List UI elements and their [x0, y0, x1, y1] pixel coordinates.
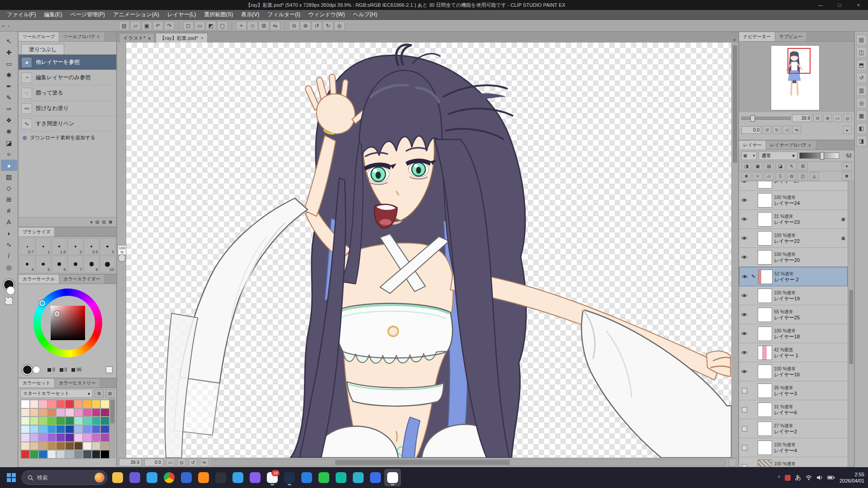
color-set-dropdown[interactable]: スタートカラーセット ▾	[20, 389, 93, 398]
redo-icon[interactable]: ↷	[164, 21, 175, 30]
document-tab-0[interactable]: イラスト*●	[119, 33, 155, 43]
layer-visible-eye-icon[interactable]	[741, 274, 749, 279]
start-button[interactable]	[4, 470, 19, 485]
layer-visible-eye-icon[interactable]	[740, 181, 748, 184]
layer-thumbnail[interactable]	[758, 327, 772, 341]
color-swatch[interactable]	[38, 442, 47, 450]
layer-thumbnail[interactable]	[758, 231, 772, 246]
security-tray-icon[interactable]	[785, 475, 791, 481]
layer-thumbnail[interactable]	[758, 181, 772, 189]
new-file-icon[interactable]: ▤	[119, 21, 129, 30]
delete-layer-icon[interactable]: ✖	[842, 172, 852, 180]
layer-hidden-checkbox[interactable]	[740, 464, 748, 467]
layer-thumbnail[interactable]	[758, 212, 772, 227]
taskbar-app-edge[interactable]	[144, 469, 160, 486]
fit-to-screen-icon[interactable]: ▭	[833, 114, 842, 122]
operation-tool[interactable]: ↖	[1, 35, 17, 47]
slider-knob[interactable]	[820, 152, 824, 160]
information-dock-icon[interactable]: ◧	[856, 123, 867, 134]
menu-item-edit[interactable]: 編集(E)	[40, 10, 66, 19]
color-swatch[interactable]	[74, 408, 83, 417]
brush-size-tab[interactable]: ブラシサイズ	[19, 227, 55, 237]
figure-tool[interactable]: ◇	[1, 182, 17, 194]
layer-thumbnail[interactable]	[758, 308, 772, 322]
color-swatch[interactable]	[65, 450, 74, 459]
color-swatch[interactable]	[38, 450, 47, 459]
flip-horizontal-icon[interactable]: ⇋	[792, 126, 801, 134]
color-swatch[interactable]	[92, 433, 101, 442]
rotate-left-icon[interactable]: ↺	[312, 21, 322, 30]
reset-rotation-icon[interactable]: ◁	[783, 126, 791, 134]
layer-visible-eye-icon[interactable]	[740, 236, 748, 241]
color-swatch[interactable]	[47, 417, 57, 425]
color-swatch[interactable]	[21, 425, 30, 434]
color-set-tab-0[interactable]: カラーセット	[19, 379, 55, 388]
color-swatch[interactable]	[56, 417, 65, 425]
color-swatch[interactable]	[83, 442, 92, 450]
color-swatch[interactable]	[56, 425, 65, 434]
layer-visible-eye-icon[interactable]	[740, 331, 748, 336]
menu-item-view[interactable]: 表示(V)	[237, 10, 263, 19]
color-swatch[interactable]	[74, 400, 83, 408]
selection-border-icon[interactable]: ▢	[217, 21, 228, 30]
color-wheel-tab-1[interactable]: カラースライダー	[59, 275, 104, 284]
selection-tool[interactable]: ▭	[1, 58, 17, 69]
layer-thumbnail[interactable]	[758, 289, 772, 303]
color-swatch[interactable]	[83, 417, 92, 425]
pen-tool[interactable]: ✒	[1, 81, 17, 92]
menu-item-selection[interactable]: 選択範囲(S)	[200, 10, 237, 19]
snap-ruler-icon[interactable]: +	[236, 21, 247, 30]
color-swatch[interactable]	[100, 408, 109, 417]
taskbar-app-app-dark[interactable]	[213, 469, 228, 486]
color-swatch[interactable]	[56, 433, 65, 442]
color-swatch[interactable]	[65, 442, 74, 450]
new-vector-layer-icon[interactable]: ✧	[753, 172, 763, 180]
blend-mode-dropdown[interactable]: 通常 ▾	[759, 152, 797, 160]
layer-thumbnail[interactable]	[758, 441, 772, 455]
fill-tool[interactable]: ◕	[1, 160, 17, 171]
menu-item-filter[interactable]: フィルター(I)	[263, 10, 304, 19]
subtool-item-lasso-fill[interactable]: ∾投げなわ塗り	[19, 101, 116, 116]
color-swatch[interactable]	[92, 417, 101, 425]
transparent-icon[interactable]	[106, 366, 113, 373]
airbrush-tool[interactable]: ❖	[1, 114, 17, 126]
taskbar-clock[interactable]: 2:55 2026/04/01	[840, 471, 864, 484]
color-swatch[interactable]	[30, 408, 39, 417]
color-swatch[interactable]	[83, 433, 92, 442]
zoom-in-icon[interactable]: ⊕	[823, 114, 832, 122]
color-swatch[interactable]	[100, 425, 109, 434]
snap-grid-icon[interactable]: ⊞	[259, 21, 269, 30]
layer-row[interactable]: 100 %通常レイヤー19	[739, 286, 848, 305]
layer-thumbnail[interactable]	[758, 346, 772, 360]
color-swatch[interactable]	[56, 450, 65, 459]
quick-access-dock-icon[interactable]: ▤	[856, 34, 867, 45]
reset-view-icon[interactable]: ◎	[334, 21, 345, 30]
taskbar-app-file-explorer[interactable]	[110, 469, 125, 486]
menu-item-page-manage[interactable]: ページ管理(P)	[66, 10, 109, 19]
color-swatch[interactable]	[100, 450, 109, 459]
scrollbar-thumb[interactable]	[110, 400, 114, 423]
scrollbar-thumb[interactable]	[335, 460, 510, 465]
layer-thumbnail[interactable]	[758, 193, 772, 208]
color-swatch[interactable]	[65, 433, 74, 442]
canvas-rotation-value[interactable]: 0.0	[144, 459, 163, 466]
zoom-out-icon[interactable]: ⊖	[289, 21, 299, 30]
layer-hidden-checkbox[interactable]	[740, 388, 748, 393]
menu-item-window[interactable]: ウィンドウ(W)	[304, 10, 349, 19]
taskbar-app-clip-studio-paint[interactable]	[385, 469, 400, 486]
navigator-zoom-value[interactable]: 39.9	[792, 114, 812, 122]
auto-select-tool[interactable]: ✱	[1, 69, 17, 81]
brush-size-preset[interactable]: 2	[68, 238, 84, 255]
brush-size-preset[interactable]: 1.5	[52, 238, 67, 255]
canvas-viewport[interactable]	[126, 43, 731, 458]
zoom-100-icon[interactable]: ◎	[177, 459, 186, 466]
layer-row[interactable]: 55 %通常レイヤー25	[739, 305, 848, 324]
color-swatch[interactable]	[100, 417, 109, 425]
color-swatch[interactable]	[56, 408, 65, 417]
scrollbar-thumb[interactable]	[733, 45, 737, 163]
layer-thumbnail[interactable]	[758, 270, 773, 284]
maximize-button[interactable]: □	[830, 0, 849, 10]
taskbar-app-edge-2[interactable]	[351, 469, 366, 486]
color-swatch[interactable]	[92, 400, 101, 408]
color-swatch[interactable]	[21, 433, 30, 442]
